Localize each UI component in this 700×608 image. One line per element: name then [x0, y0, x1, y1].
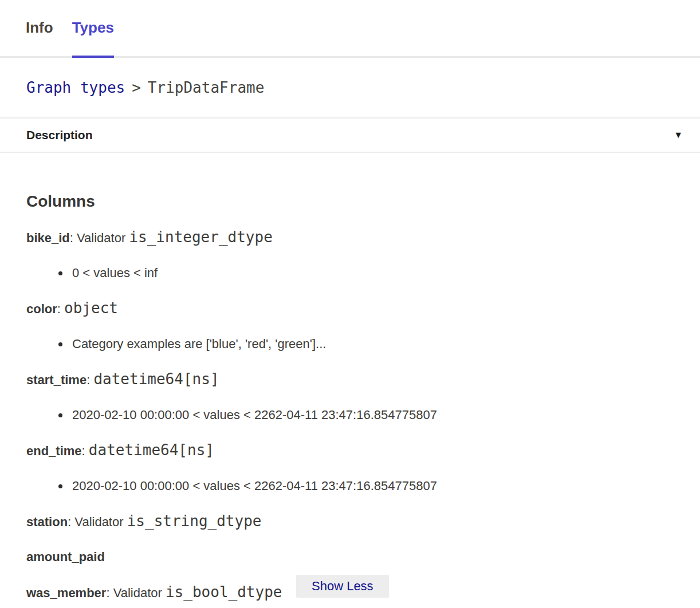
description-label: Description — [26, 128, 93, 142]
tab-types[interactable]: Types — [72, 0, 114, 58]
column-entry: start_time: datetime64[ns] 2020-02-10 00… — [26, 370, 674, 424]
constraint-item: 2020-02-10 00:00:00 < values < 2262-04-1… — [26, 406, 674, 424]
breadcrumb-link-graph-types[interactable]: Graph types — [26, 79, 125, 96]
constraint-list: Category examples are ['blue', 'red', 'g… — [26, 335, 674, 353]
constraint-list: 0 < values < inf — [26, 264, 674, 282]
column-entry: amount_paid — [26, 548, 674, 566]
column-middle-text: : Validator — [68, 515, 127, 529]
column-dtype-code: datetime64[ns] — [93, 370, 219, 388]
breadcrumb-separator: > — [132, 79, 141, 96]
description-section-header[interactable]: Description ▼ — [0, 119, 700, 153]
column-name: start_time — [26, 373, 86, 387]
constraint-list: 2020-02-10 00:00:00 < values < 2262-04-1… — [26, 406, 674, 424]
column-middle-text: : — [86, 373, 93, 387]
column-middle-text: : — [82, 444, 89, 458]
column-dtype-code: is_integer_dtype — [129, 228, 272, 246]
column-entry: color: object Category examples are ['bl… — [26, 299, 674, 353]
columns-section: Columns bike_id: Validator is_integer_dt… — [0, 192, 700, 602]
column-entry: end_time: datetime64[ns] 2020-02-10 00:0… — [26, 441, 674, 495]
constraint-item: 2020-02-10 00:00:00 < values < 2262-04-1… — [26, 477, 674, 495]
columns-entries: bike_id: Validator is_integer_dtype 0 < … — [26, 228, 674, 602]
column-name: was_member — [26, 586, 106, 600]
column-dtype-code: is_string_dtype — [127, 512, 262, 530]
column-middle-text: : Validator — [70, 231, 129, 245]
column-middle-text: : Validator — [106, 586, 166, 600]
column-entry: bike_id: Validator is_integer_dtype 0 < … — [26, 228, 674, 282]
breadcrumb: Graph types > TripDataFrame — [0, 58, 700, 119]
tab-bar: Info Types — [0, 0, 700, 58]
column-name: color — [26, 302, 57, 316]
column-middle-text: : — [57, 302, 64, 316]
column-dtype-code: is_bool_dtype — [166, 583, 282, 601]
constraint-list: 2020-02-10 00:00:00 < values < 2262-04-1… — [26, 477, 674, 495]
show-less-button[interactable]: Show Less — [296, 575, 389, 598]
column-dtype-code: object — [64, 299, 118, 317]
constraint-item: Category examples are ['blue', 'red', 'g… — [26, 335, 674, 353]
column-name: station — [26, 515, 68, 529]
column-name: bike_id — [26, 231, 70, 245]
tab-info[interactable]: Info — [26, 0, 53, 58]
column-name: end_time — [26, 444, 82, 458]
columns-heading: Columns — [26, 192, 674, 211]
column-dtype-code: datetime64[ns] — [89, 441, 214, 459]
constraint-item: 0 < values < inf — [26, 264, 674, 282]
breadcrumb-current-page: TripDataFrame — [148, 79, 265, 96]
chevron-down-icon[interactable]: ▼ — [674, 131, 683, 140]
column-name: amount_paid — [26, 550, 105, 564]
column-entry: station: Validator is_string_dtype — [26, 512, 674, 531]
